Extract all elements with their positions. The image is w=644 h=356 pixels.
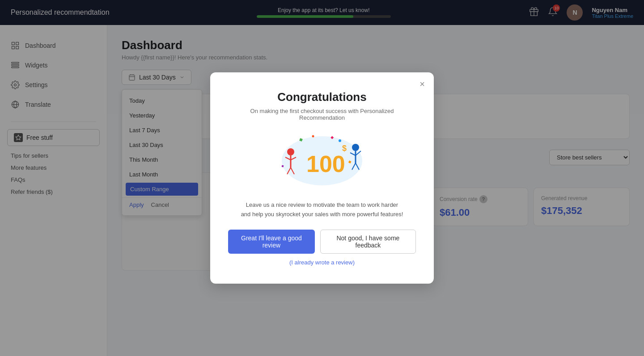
svg-text:100: 100	[306, 151, 345, 177]
svg-rect-28	[282, 165, 284, 167]
modal-actions: Great I'll leave a good review Not good,…	[228, 230, 416, 254]
svg-rect-26	[330, 136, 334, 139]
modal-illustration: 100 $	[277, 132, 367, 190]
svg-point-13	[287, 148, 294, 155]
modal-overlay: × Congratulations On making the first ch…	[0, 0, 644, 356]
celebration-svg: 100 $	[277, 134, 367, 188]
modal-description: Leave us a nice review to motivate the t…	[228, 201, 416, 219]
svg-point-29	[339, 139, 341, 142]
modal-title: Congratulations	[228, 90, 416, 104]
svg-line-17	[287, 168, 291, 174]
modal-subtitle: On making the first checkout success wit…	[228, 108, 416, 121]
svg-line-22	[356, 151, 361, 155]
illus-content: 100 $	[277, 132, 367, 190]
svg-line-18	[291, 168, 294, 174]
svg-line-23	[352, 163, 356, 170]
svg-rect-25	[299, 138, 303, 142]
svg-point-30	[312, 135, 314, 137]
svg-line-15	[285, 157, 291, 160]
svg-line-21	[350, 153, 356, 155]
congratulations-modal: × Congratulations On making the first ch…	[210, 72, 434, 284]
svg-rect-27	[348, 160, 352, 163]
modal-close-button[interactable]: ×	[419, 80, 425, 88]
already-reviewed-link[interactable]: (I already wrote a review)	[228, 259, 416, 266]
svg-point-19	[352, 144, 359, 151]
svg-text:$: $	[342, 144, 347, 153]
svg-line-24	[356, 163, 359, 170]
feedback-button[interactable]: Not good, I have some feedback	[320, 230, 416, 254]
good-review-button[interactable]: Great I'll leave a good review	[228, 230, 315, 254]
svg-line-16	[291, 157, 296, 160]
